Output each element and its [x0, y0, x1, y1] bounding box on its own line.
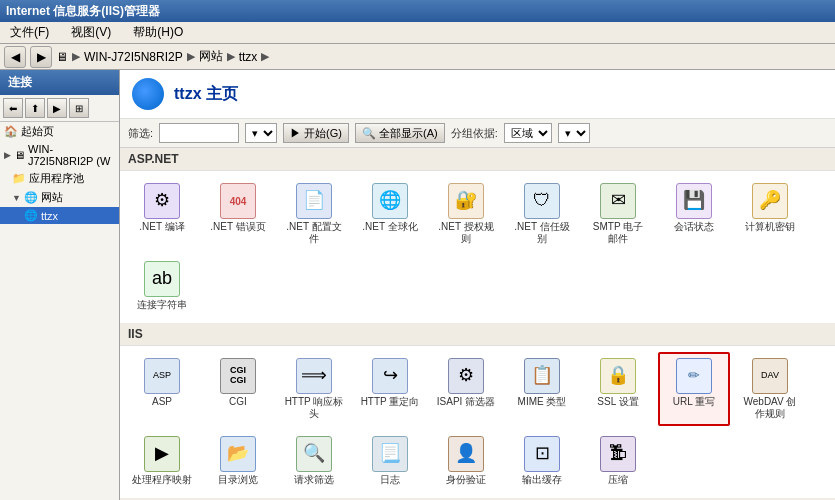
- iis-icons-grid: ASPASPCGICGICGI⟹HTTP 响应标头↪HTTP 重定向⚙ISAPI…: [120, 346, 835, 498]
- icon-label-net-compile: .NET 编译: [139, 221, 184, 233]
- left-toolbar-btn-2[interactable]: ⬆: [25, 98, 45, 118]
- right-panel: ttzx 主页 筛选: ▾ ▶ 开始(G) 🔍 全部显示(A) 分组依据: 区域…: [120, 70, 835, 500]
- left-toolbar-btn-1[interactable]: ⬅: [3, 98, 23, 118]
- title-bar: Internet 信息服务(IIS)管理器: [0, 0, 835, 22]
- tree-item-startpage[interactable]: 🏠 起始页: [0, 122, 119, 141]
- icon-label-net-error: .NET 错误页: [210, 221, 265, 233]
- tree-item-ttzx[interactable]: 🌐 ttzx: [0, 207, 119, 224]
- content-header: ttzx 主页: [120, 70, 835, 119]
- tree-label-server: WIN-J72I5N8RI2P (W: [28, 143, 115, 167]
- icon-item-net-compile[interactable]: ⚙.NET 编译: [126, 177, 198, 251]
- icon-item-net-auth[interactable]: 🔐.NET 授权规则: [430, 177, 502, 251]
- icon-item-ssl[interactable]: 🔒SSL 设置: [582, 352, 654, 426]
- icon-item-session[interactable]: 💾会话状态: [658, 177, 730, 251]
- start-button[interactable]: ▶ 开始(G): [283, 123, 349, 143]
- icon-item-machine-key[interactable]: 🔑计算机密钥: [734, 177, 806, 251]
- icon-label-http-redirect: HTTP 重定向: [361, 396, 420, 408]
- address-site[interactable]: ttzx: [239, 50, 258, 64]
- filter-dropdown[interactable]: ▾: [245, 123, 277, 143]
- aspnet-icons-grid: ⚙.NET 编译404.NET 错误页📄.NET 配置文件🌐.NET 全球化🔐.…: [120, 171, 835, 323]
- icon-item-url-rewrite[interactable]: ✏URL 重写: [658, 352, 730, 426]
- icon-item-cgi[interactable]: CGICGICGI: [202, 352, 274, 426]
- tree-label-ttzx: ttzx: [41, 210, 58, 222]
- icon-item-dir-browse[interactable]: 📂目录浏览: [202, 430, 274, 492]
- address-path: 🖥 ▶ WIN-J72I5N8RI2P ▶ 网站 ▶ ttzx ▶: [56, 48, 269, 65]
- menu-help[interactable]: 帮助(H)O: [127, 22, 189, 43]
- icon-item-net-global[interactable]: 🌐.NET 全球化: [354, 177, 426, 251]
- icon-label-net-config: .NET 配置文件: [284, 221, 344, 245]
- filter-bar: 筛选: ▾ ▶ 开始(G) 🔍 全部显示(A) 分组依据: 区域 ▾: [120, 119, 835, 148]
- menu-file[interactable]: 文件(F): [4, 22, 55, 43]
- left-toolbar-btn-4[interactable]: ⊞: [69, 98, 89, 118]
- section-aspnet-header: ASP.NET: [120, 148, 835, 171]
- back-button[interactable]: ◀: [4, 46, 26, 68]
- group-label: 分组依据:: [451, 126, 498, 141]
- icon-item-handler-map[interactable]: ▶处理程序映射: [126, 430, 198, 492]
- icon-item-output-cache[interactable]: ⊡输出缓存: [506, 430, 578, 492]
- icon-item-mime[interactable]: 📋MIME 类型: [506, 352, 578, 426]
- icon-item-asp[interactable]: ASPASP: [126, 352, 198, 426]
- icon-label-webdav: WebDAV 创作规则: [740, 396, 800, 420]
- menu-view[interactable]: 视图(V): [65, 22, 117, 43]
- icon-item-net-trust[interactable]: 🛡.NET 信任级别: [506, 177, 578, 251]
- icon-item-isapi-filter[interactable]: ⚙ISAPI 筛选器: [430, 352, 502, 426]
- filter-input[interactable]: [159, 123, 239, 143]
- icon-label-handler-map: 处理程序映射: [132, 474, 192, 486]
- icon-label-log: 日志: [380, 474, 400, 486]
- address-server[interactable]: WIN-J72I5N8RI2P: [84, 50, 183, 64]
- icon-label-net-global: .NET 全球化: [362, 221, 417, 233]
- icon-item-compress[interactable]: 🗜压缩: [582, 430, 654, 492]
- icon-label-compress: 压缩: [608, 474, 628, 486]
- address-sites[interactable]: 网站: [199, 48, 223, 65]
- left-toolbar: ⬅ ⬆ ▶ ⊞: [0, 95, 119, 122]
- icon-label-mime: MIME 类型: [518, 396, 567, 408]
- tree-label-sites: 网站: [41, 190, 63, 205]
- icon-label-ssl: SSL 设置: [597, 396, 638, 408]
- forward-button[interactable]: ▶: [30, 46, 52, 68]
- icon-item-webdav[interactable]: DAVWebDAV 创作规则: [734, 352, 806, 426]
- title-text: Internet 信息服务(IIS)管理器: [6, 3, 160, 20]
- icon-item-http-redirect[interactable]: ↪HTTP 重定向: [354, 352, 426, 426]
- icon-label-asp: ASP: [152, 396, 172, 408]
- icon-label-session: 会话状态: [674, 221, 714, 233]
- tree-label-startpage: 起始页: [21, 124, 54, 139]
- group-dropdown2[interactable]: ▾: [558, 123, 590, 143]
- icon-item-log[interactable]: 📃日志: [354, 430, 426, 492]
- icon-item-net-error[interactable]: 404.NET 错误页: [202, 177, 274, 251]
- menu-bar: 文件(F) 视图(V) 帮助(H)O: [0, 22, 835, 44]
- section-iis-header: IIS: [120, 323, 835, 346]
- page-title: ttzx 主页: [174, 84, 238, 105]
- tree-item-apppool[interactable]: 📁 应用程序池: [0, 169, 119, 188]
- tree-item-sites[interactable]: ▼ 🌐 网站: [0, 188, 119, 207]
- icon-label-req-filter: 请求筛选: [294, 474, 334, 486]
- site-icon: [132, 78, 164, 110]
- expand-sites-icon: ▼: [12, 193, 21, 203]
- icon-item-net-config[interactable]: 📄.NET 配置文件: [278, 177, 350, 251]
- icon-item-http-redirect-headers[interactable]: ⟹HTTP 响应标头: [278, 352, 350, 426]
- left-toolbar-btn-3[interactable]: ▶: [47, 98, 67, 118]
- icon-label-net-auth: .NET 授权规则: [436, 221, 496, 245]
- expand-server-icon: ▶: [4, 150, 11, 160]
- icon-label-net-trust: .NET 信任级别: [512, 221, 572, 245]
- icon-item-connection-str[interactable]: ab连接字符串: [126, 255, 198, 317]
- icon-item-req-filter[interactable]: 🔍请求筛选: [278, 430, 350, 492]
- left-panel-header: 连接: [0, 70, 119, 95]
- filter-label: 筛选:: [128, 126, 153, 141]
- icon-label-isapi-filter: ISAPI 筛选器: [437, 396, 495, 408]
- icon-label-dir-browse: 目录浏览: [218, 474, 258, 486]
- left-panel: 连接 ⬅ ⬆ ▶ ⊞ 🏠 起始页 ▶ 🖥 WIN-J72I5N8RI2P (W …: [0, 70, 120, 500]
- icon-label-auth: 身份验证: [446, 474, 486, 486]
- icon-label-machine-key: 计算机密钥: [745, 221, 795, 233]
- icon-label-http-redirect-headers: HTTP 响应标头: [284, 396, 344, 420]
- tree-label-apppool: 应用程序池: [29, 171, 84, 186]
- main-layout: 连接 ⬅ ⬆ ▶ ⊞ 🏠 起始页 ▶ 🖥 WIN-J72I5N8RI2P (W …: [0, 70, 835, 500]
- icon-label-cgi: CGI: [229, 396, 247, 408]
- icon-label-smtp: SMTP 电子邮件: [588, 221, 648, 245]
- icon-item-smtp[interactable]: ✉SMTP 电子邮件: [582, 177, 654, 251]
- group-dropdown[interactable]: 区域: [504, 123, 552, 143]
- show-all-button[interactable]: 🔍 全部显示(A): [355, 123, 445, 143]
- icon-label-output-cache: 输出缓存: [522, 474, 562, 486]
- icon-item-auth[interactable]: 👤身份验证: [430, 430, 502, 492]
- icon-label-connection-str: 连接字符串: [137, 299, 187, 311]
- tree-item-server[interactable]: ▶ 🖥 WIN-J72I5N8RI2P (W: [0, 141, 119, 169]
